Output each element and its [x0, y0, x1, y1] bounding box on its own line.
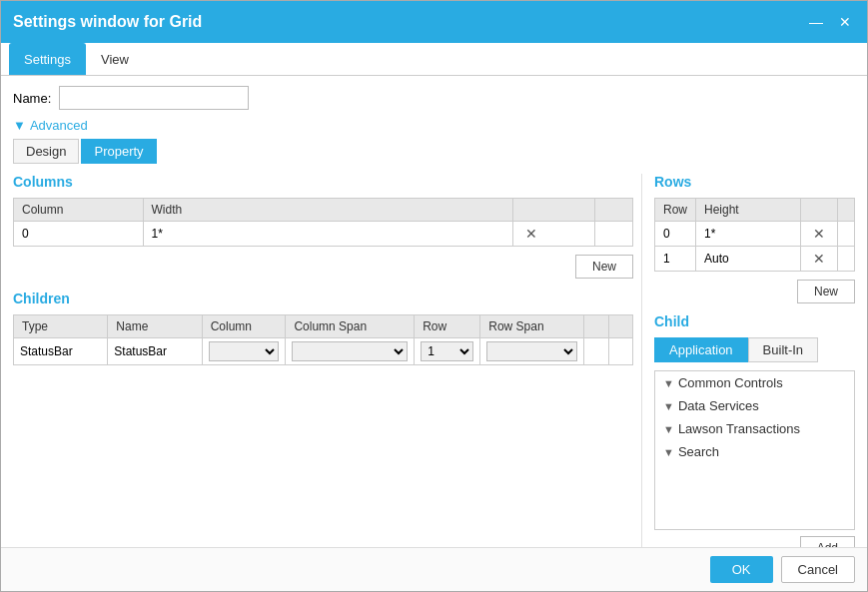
left-panel: Columns Column Width 0: [13, 174, 642, 547]
title-bar: Settings window for Grid — ✕: [1, 1, 867, 43]
tab-design[interactable]: Design: [13, 139, 79, 164]
ch-row: 1: [415, 338, 480, 365]
chevron-down-icon: ▼: [663, 446, 674, 458]
ch-header-column: Column: [202, 315, 286, 338]
row-x-0: ✕: [801, 222, 838, 247]
list-item[interactable]: ▼ Common Controls: [655, 371, 854, 394]
col-header-empty1: [513, 199, 595, 222]
row-height-input-1[interactable]: [704, 252, 792, 266]
columns-new-button[interactable]: New: [575, 255, 633, 279]
col-index: 0: [14, 222, 144, 247]
rows-title: Rows: [654, 174, 855, 190]
tab-bar: Settings View: [1, 43, 867, 76]
advanced-section: ▼ Advanced: [13, 118, 855, 133]
col-header-empty2: [595, 199, 633, 222]
row-header-height: Height: [696, 199, 801, 222]
ch-e1: [584, 338, 608, 365]
ch-header-e2: [608, 315, 632, 338]
ch-column: [202, 338, 286, 365]
advanced-toggle[interactable]: ▼ Advanced: [13, 118, 855, 133]
col-empty-cell: [595, 222, 633, 247]
right-panel: Rows Row Height 0: [642, 174, 855, 547]
columns-title: Columns: [13, 174, 633, 190]
col-width-cell: [143, 222, 513, 247]
children-section: Children Type Name Column Column Span Ro…: [13, 291, 633, 365]
two-panel: Columns Column Width 0: [13, 174, 855, 547]
ch-name: StatusBar: [108, 338, 202, 365]
col-width-input[interactable]: [152, 227, 505, 241]
col-x-cell: ✕: [513, 222, 595, 247]
table-row: 0 ✕: [655, 222, 855, 247]
row-index-0: 0: [655, 222, 696, 247]
tab-view[interactable]: View: [86, 43, 144, 75]
row-height-1: [696, 247, 801, 272]
table-row: 0 ✕: [14, 222, 633, 247]
ch-column-span-select[interactable]: [292, 341, 408, 361]
settings-window: Settings window for Grid — ✕ Settings Vi…: [0, 0, 868, 592]
ch-header-e1: [584, 315, 608, 338]
table-row: StatusBar StatusBar: [14, 338, 633, 365]
name-input[interactable]: [59, 86, 249, 110]
row-header-row: Row: [655, 199, 696, 222]
add-button[interactable]: Add: [800, 536, 855, 547]
ch-header-row: Row: [415, 315, 480, 338]
col-delete-button[interactable]: ✕: [521, 226, 541, 242]
main-content: Name: ▼ Advanced Design Property Columns: [1, 76, 867, 547]
cancel-button[interactable]: Cancel: [781, 556, 855, 583]
ch-header-row-span: Row Span: [480, 315, 584, 338]
row-x-1: ✕: [801, 247, 838, 272]
chevron-down-icon: ▼: [663, 423, 674, 435]
children-title: Children: [13, 291, 633, 306]
advanced-arrow-icon: ▼: [13, 118, 26, 133]
row-index-1: 1: [655, 247, 696, 272]
ch-row-select[interactable]: 1: [421, 341, 473, 361]
row-e1-1: [838, 247, 855, 272]
child-panel-wrapper: ▼ Common Controls ▼ Data Services ▼ Laws…: [654, 370, 855, 530]
child-title: Child: [654, 313, 855, 329]
list-item-label: Common Controls: [678, 375, 783, 390]
ch-type: StatusBar: [14, 338, 108, 365]
col-header-column: Column: [14, 199, 144, 222]
table-row: 1 ✕: [655, 247, 855, 272]
list-item-label: Search: [678, 444, 719, 459]
row-header-empty2: [838, 199, 855, 222]
row-height-0: [696, 222, 801, 247]
row-delete-button-0[interactable]: ✕: [809, 226, 829, 242]
ch-header-type: Type: [14, 315, 108, 338]
chevron-down-icon: ▼: [663, 377, 674, 389]
ch-e2: [608, 338, 632, 365]
close-button[interactable]: ✕: [835, 14, 855, 30]
list-item-label: Data Services: [678, 398, 759, 413]
child-list[interactable]: ▼ Common Controls ▼ Data Services ▼ Laws…: [654, 370, 855, 530]
row-e1-0: [838, 222, 855, 247]
children-table: Type Name Column Column Span Row Row Spa…: [13, 314, 633, 365]
design-property-tabs: Design Property: [13, 139, 855, 164]
window-title: Settings window for Grid: [13, 13, 202, 31]
child-tab-application[interactable]: Application: [654, 337, 748, 362]
ch-column-select[interactable]: [209, 341, 280, 361]
name-row: Name:: [13, 86, 855, 110]
row-height-input-0[interactable]: [704, 227, 792, 241]
ch-row-span-select[interactable]: [486, 341, 577, 361]
chevron-down-icon: ▼: [663, 400, 674, 412]
row-header-empty1: [801, 199, 838, 222]
ok-button[interactable]: OK: [710, 556, 773, 583]
tab-property[interactable]: Property: [81, 139, 156, 164]
child-tabs: Application Built-In: [654, 337, 855, 362]
advanced-label: Advanced: [30, 118, 88, 133]
minimize-button[interactable]: —: [805, 14, 827, 30]
list-item[interactable]: ▼ Search: [655, 440, 854, 463]
child-panel: Child Application Built-In ▼ Common Cont…: [654, 313, 855, 547]
rows-table: Row Height 0 ✕: [654, 198, 855, 272]
name-label: Name:: [13, 91, 51, 106]
row-delete-button-1[interactable]: ✕: [809, 251, 829, 267]
footer: OK Cancel: [1, 547, 867, 591]
ch-header-column-span: Column Span: [286, 315, 415, 338]
col-header-width: Width: [143, 199, 513, 222]
list-item[interactable]: ▼ Data Services: [655, 394, 854, 417]
rows-new-button[interactable]: New: [797, 280, 855, 303]
child-tab-builtin[interactable]: Built-In: [748, 337, 818, 362]
list-item[interactable]: ▼ Lawson Transactions: [655, 417, 854, 440]
columns-table: Column Width 0 ✕: [13, 198, 633, 247]
tab-settings[interactable]: Settings: [9, 43, 86, 75]
